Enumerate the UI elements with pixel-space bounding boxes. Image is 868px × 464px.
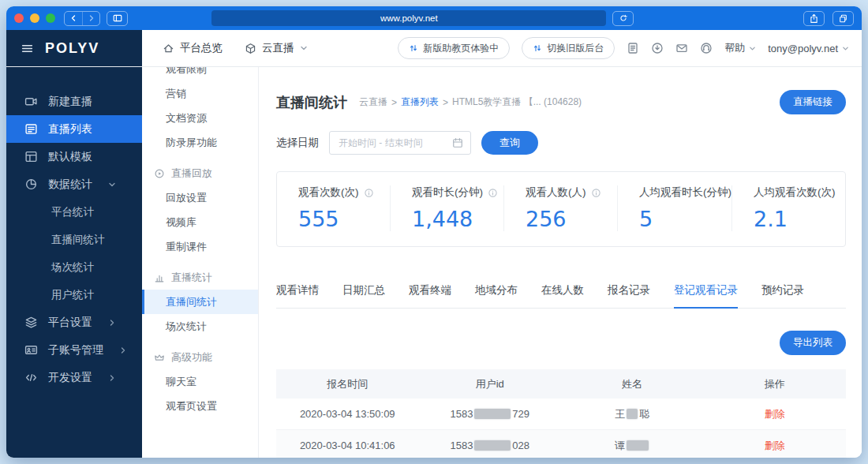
tab-reservation-records[interactable]: 预约记录 [761, 283, 804, 308]
stat-view-duration: 观看时长(分钟) 1,448 [390, 185, 503, 231]
new-assistant-page-button[interactable]: 新版助教页体验中 [398, 37, 510, 59]
tab-region-distribution[interactable]: 地域分布 [475, 283, 518, 308]
cell-signup-time: 2020-03-04 13:50:09 [276, 408, 419, 420]
swap-icon [409, 43, 418, 53]
query-button[interactable]: 查询 [481, 131, 538, 155]
info-icon[interactable] [488, 188, 498, 198]
subnav-item-room-statistics[interactable]: 直播间统计 [142, 290, 258, 314]
tab-online-users[interactable]: 在线人数 [541, 283, 584, 308]
nav-product-switcher[interactable]: 云直播 [245, 41, 308, 55]
live-link-button[interactable]: 直播链接 [780, 90, 846, 114]
app-body: 新建直播 直播列表 默认模板 数据统计 平台统计 直播间统计 场次统计 [6, 67, 862, 458]
notice-icon[interactable] [627, 42, 639, 54]
date-range-field[interactable] [337, 137, 447, 149]
sidebar-item-new-live[interactable]: 新建直播 [6, 88, 142, 115]
chevron-down-icon [108, 181, 116, 189]
sidebar-toggle-button[interactable] [107, 11, 128, 26]
calendar-icon[interactable] [452, 137, 463, 148]
subnav-item-session-statistics[interactable]: 场次统计 [142, 314, 258, 339]
share-icon [809, 13, 819, 24]
col-header-signup-time: 报名时间 [276, 377, 419, 391]
zoom-window-button[interactable] [46, 13, 55, 23]
share-button[interactable] [803, 11, 825, 26]
customer-service-icon[interactable] [700, 42, 713, 54]
tab-overview-button[interactable] [832, 11, 854, 26]
date-range-input[interactable] [329, 131, 471, 155]
chrome-actions [803, 11, 854, 26]
subnav-item-chat-room[interactable]: 聊天室 [142, 369, 258, 394]
sidebar-item-label: 新建直播 [48, 95, 92, 109]
subnav-group-live-statistics[interactable]: 直播统计 [142, 265, 258, 290]
tab-watch-terminal[interactable]: 观看终端 [409, 283, 451, 308]
forward-button[interactable] [82, 12, 99, 25]
delete-link[interactable]: 删除 [765, 440, 785, 451]
sidebar-item-data-statistics[interactable]: 数据统计 [6, 170, 142, 198]
stat-label: 观看次数(次) [298, 185, 359, 200]
nav-product-label: 云直播 [262, 41, 294, 55]
reload-button[interactable] [612, 11, 634, 26]
col-header-name: 姓名 [561, 377, 704, 391]
breadcrumb-level2-link[interactable]: 直播列表 [401, 95, 439, 109]
subnav-item-remake-courseware[interactable]: 重制课件 [142, 234, 258, 259]
info-icon[interactable] [591, 188, 601, 198]
polyv-logo[interactable]: POLYV [45, 40, 99, 57]
sidebar-item-label: 子账号管理 [48, 343, 103, 357]
export-list-button[interactable]: 导出列表 [780, 331, 846, 355]
subnav-item-document-resources[interactable]: 文档资源 [142, 106, 258, 130]
sidebar-item-subaccount-management[interactable]: 子账号管理 [6, 336, 142, 364]
sidebar-subitem-session-statistics[interactable]: 场次统计 [6, 253, 142, 281]
back-button[interactable] [65, 12, 82, 25]
subnav-item-playback-settings[interactable]: 回放设置 [142, 185, 258, 210]
redaction-box [474, 440, 511, 451]
title-row: 直播间统计 云直播 > 直播列表 > HTML5教学直播 【... (10462… [276, 90, 846, 114]
tab-date-summary[interactable]: 日期汇总 [342, 283, 385, 308]
breadcrumb: 云直播 > 直播列表 > HTML5教学直播 【... (104628) [359, 95, 582, 109]
chevron-down-icon [842, 45, 849, 52]
sidebar-item-live-list[interactable]: 直播列表 [6, 115, 142, 143]
subnav-item-marketing[interactable]: 营销 [142, 81, 258, 106]
template-icon [24, 150, 38, 163]
sidebar-subitem-room-statistics[interactable]: 直播间统计 [6, 226, 142, 253]
subnav-group-advanced[interactable]: 高级功能 [142, 345, 258, 369]
stat-value: 1,448 [412, 207, 503, 231]
user-id-suffix: 028 [512, 440, 529, 451]
table-row: 2020-03-04 10:41:06 1583028 谭 删除 [276, 430, 846, 458]
cell-user-id: 1583028 [419, 440, 562, 451]
message-icon[interactable] [675, 42, 688, 54]
cell-action: 删除 [704, 439, 847, 453]
tab-signup-records[interactable]: 报名记录 [608, 283, 650, 308]
subnav-item-video-library[interactable]: 视频库 [142, 210, 258, 234]
account-menu[interactable]: tony@polyv.net [768, 43, 849, 54]
table-row: 2020-03-04 13:50:09 1583729 王聪 删除 [276, 399, 846, 430]
switch-old-admin-button[interactable]: 切换旧版后台 [522, 37, 615, 59]
subnav-item-watch-page-settings[interactable]: 观看页设置 [142, 394, 258, 418]
sidebar-subitem-platform-statistics[interactable]: 平台统计 [6, 198, 142, 226]
nav-platform-overview[interactable]: 平台总览 [163, 41, 223, 55]
subnav-group-playback[interactable]: 直播回放 [142, 161, 258, 185]
stat-label: 人均观看时长(分钟) [639, 185, 731, 200]
delete-link[interactable]: 删除 [765, 408, 785, 420]
cell-signup-time: 2020-03-04 10:41:06 [276, 440, 419, 451]
stat-value: 5 [639, 207, 731, 231]
hamburger-menu-icon[interactable] [21, 42, 34, 55]
address-bar[interactable]: www.polyv.net [211, 10, 606, 26]
name-prefix: 王 [615, 408, 625, 420]
layers-icon [24, 316, 38, 329]
download-icon[interactable] [651, 42, 664, 54]
sidebar-subitem-user-statistics[interactable]: 用户统计 [6, 281, 142, 309]
close-window-button[interactable] [14, 13, 24, 23]
sidebar-item-default-template[interactable]: 默认模板 [6, 143, 142, 170]
minimize-window-button[interactable] [30, 13, 39, 23]
tab-registered-watch-records[interactable]: 登记观看记录 [674, 283, 738, 308]
help-menu[interactable]: 帮助 [724, 41, 756, 55]
date-filter-row: 选择日期 查询 [276, 131, 846, 155]
info-icon[interactable] [364, 188, 374, 198]
subnav-item-anti-recording[interactable]: 防录屏功能 [142, 130, 258, 155]
sidebar-item-platform-settings[interactable]: 平台设置 [6, 309, 142, 336]
stat-avg-duration: 人均观看时长(分钟) 5 [617, 185, 731, 231]
table-header-row: 报名时间 用户id 姓名 操作 [276, 369, 846, 399]
tab-watch-details[interactable]: 观看详情 [276, 283, 319, 308]
camera-icon [24, 95, 38, 108]
sidebar-item-developer-settings[interactable]: 开发设置 [6, 364, 142, 391]
subnav-item-watch-restriction[interactable]: 观看限制 [142, 67, 258, 81]
